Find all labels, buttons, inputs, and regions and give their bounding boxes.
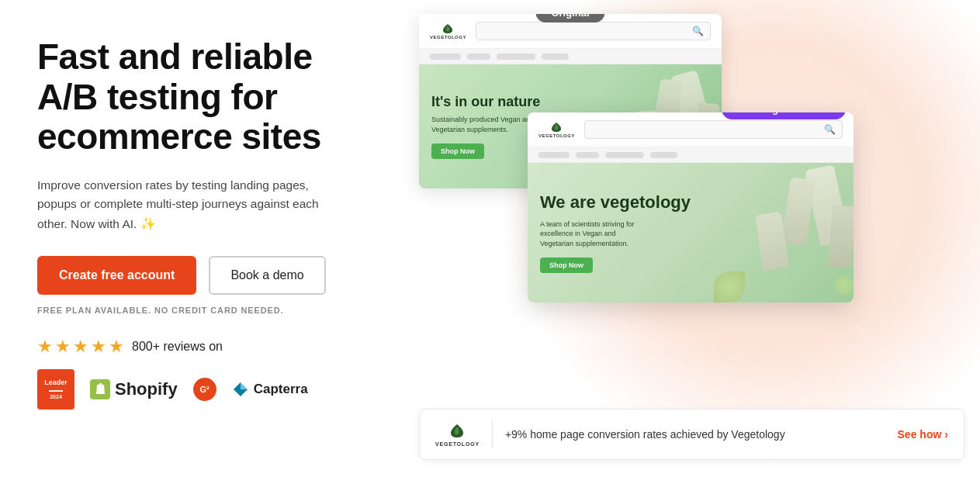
cta-buttons: Create free account Book a demo bbox=[37, 256, 372, 295]
proof-bar: VEGETOLOGY +9% home page conversion rate… bbox=[419, 409, 964, 460]
original-hero-title: It's in our nature bbox=[431, 94, 540, 110]
challenger-card: Challenger: +9% CR VEGETOLOGY 🔍 bbox=[528, 112, 854, 302]
hero-subtitle: Improve conversion rates by testing land… bbox=[37, 176, 340, 234]
original-hero-content: It's in our nature Sustainably produced … bbox=[431, 94, 540, 158]
original-hero-sub: Sustainably produced Vegan and Vegetaria… bbox=[431, 115, 540, 134]
challenger-card-nav bbox=[528, 147, 854, 163]
star-3: ★ bbox=[73, 337, 88, 357]
challenger-nav-pill-3 bbox=[605, 152, 644, 158]
star-1: ★ bbox=[37, 337, 53, 357]
reviews-row: ★ ★ ★ ★ ★ 800+ reviews on bbox=[37, 337, 372, 357]
capterra-label: Capterra bbox=[254, 382, 308, 397]
leaf-decoration bbox=[714, 271, 745, 302]
challenger-card-label: Challenger: +9% CR bbox=[722, 112, 846, 119]
proof-message: +9% home page conversion rates achieved … bbox=[505, 428, 885, 441]
challenger-bottle-3 bbox=[828, 205, 854, 268]
original-card-nav bbox=[419, 49, 722, 64]
star-5: ★ bbox=[109, 337, 124, 357]
nav-pill-2 bbox=[467, 54, 490, 60]
hero-title: Fast and reliable A/B testing for ecomme… bbox=[37, 37, 372, 157]
logos-row: Leader ▬▬▬ 2024 Shopify G² bbox=[37, 369, 372, 410]
search-icon-challenger: 🔍 bbox=[824, 124, 836, 135]
nav-pill-4 bbox=[542, 54, 569, 60]
vegetology-logo-challenger: VEGETOLOGY bbox=[538, 121, 575, 138]
lime-decoration bbox=[834, 275, 854, 295]
search-bar-original: 🔍 bbox=[476, 22, 711, 40]
star-4: ★ bbox=[91, 337, 106, 357]
original-shop-button[interactable]: Shop Now bbox=[431, 143, 484, 159]
shopify-logo: Shopify bbox=[90, 379, 178, 399]
proof-divider bbox=[492, 420, 493, 448]
challenger-shop-button[interactable]: Shop Now bbox=[540, 258, 593, 273]
create-account-button[interactable]: Create free account bbox=[37, 256, 196, 295]
original-card-label: Original bbox=[535, 14, 604, 22]
free-plan-note: FREE PLAN AVAILABLE. NO CREDIT CARD NEED… bbox=[37, 306, 372, 315]
nav-pill-1 bbox=[430, 54, 461, 60]
capterra-logo: Capterra bbox=[232, 381, 308, 398]
vegetology-name-challenger: VEGETOLOGY bbox=[538, 133, 575, 138]
vegetology-logo-original: VEGETOLOGY bbox=[430, 22, 466, 40]
g2-text: G² bbox=[200, 385, 210, 394]
right-column: Original VEGETOLOGY 🔍 bbox=[403, 0, 980, 477]
proof-bar-logo: VEGETOLOGY bbox=[435, 423, 480, 447]
g2-badge-divider: ▬▬▬ bbox=[49, 388, 63, 393]
nav-pill-3 bbox=[497, 54, 535, 60]
challenger-nav-pill-4 bbox=[650, 152, 677, 158]
search-icon-original: 🔍 bbox=[692, 26, 704, 36]
capterra-icon bbox=[232, 381, 249, 398]
proof-brand-name: VEGETOLOGY bbox=[435, 441, 480, 447]
g2-year-text: 2024 bbox=[50, 394, 62, 400]
shopify-bag-icon bbox=[90, 379, 110, 399]
star-rating: ★ ★ ★ ★ ★ bbox=[37, 337, 124, 357]
challenger-hero-sub: A team of scientists striving for excell… bbox=[540, 219, 649, 249]
sparkle-icon: ✨ bbox=[140, 217, 156, 230]
page-wrapper: Fast and reliable A/B testing for ecomme… bbox=[0, 0, 980, 477]
see-how-text: See how bbox=[898, 428, 942, 441]
challenger-nav-pill-1 bbox=[538, 152, 570, 158]
reviews-text: 800+ reviews on bbox=[132, 340, 223, 354]
see-how-arrow: › bbox=[944, 428, 948, 441]
challenger-bottle-decoration bbox=[683, 163, 854, 302]
vegetology-name-original: VEGETOLOGY bbox=[430, 35, 466, 40]
see-how-link[interactable]: See how › bbox=[898, 428, 948, 441]
shopify-label: Shopify bbox=[115, 379, 178, 399]
g2-leader-badge: Leader ▬▬▬ 2024 bbox=[37, 369, 74, 410]
challenger-hero-title: We are vegetology bbox=[540, 192, 691, 213]
challenger-card-hero: We are vegetology A team of scientists s… bbox=[528, 163, 854, 302]
search-bar-challenger: 🔍 bbox=[584, 120, 843, 139]
challenger-nav-pill-2 bbox=[576, 152, 599, 158]
g2-leader-text: Leader bbox=[44, 378, 68, 387]
star-2: ★ bbox=[55, 337, 71, 357]
g2-circle: G² bbox=[193, 378, 216, 401]
proof-logo-icon bbox=[446, 423, 468, 440]
challenger-bottle-2 bbox=[781, 177, 816, 246]
challenger-hero-content: We are vegetology A team of scientists s… bbox=[540, 192, 691, 272]
left-column: Fast and reliable A/B testing for ecomme… bbox=[0, 0, 403, 477]
book-demo-button[interactable]: Book a demo bbox=[209, 256, 325, 295]
